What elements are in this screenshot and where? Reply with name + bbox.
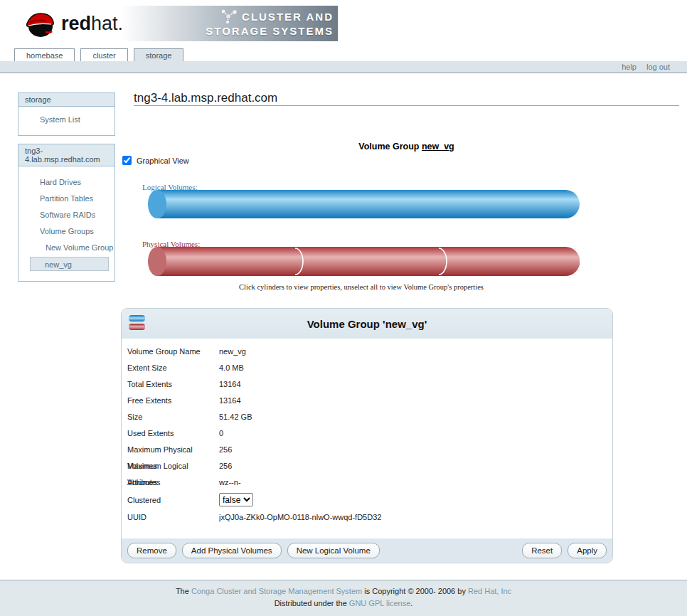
- page-title: tng3-4.lab.msp.redhat.com: [134, 91, 277, 105]
- sidebar-system-box: tng3-4.lab.msp.redhat.com Hard Drives Pa…: [18, 144, 115, 282]
- graphical-view-label: Graphical View: [137, 156, 189, 165]
- volume-group-name-link[interactable]: new_vg: [422, 142, 454, 152]
- redhat-link[interactable]: Red Hat, Inc: [468, 587, 511, 595]
- volume-group-panel: Volume Group 'new_vg' Volume Group Namen…: [121, 308, 613, 563]
- property-row: Size51.42 GB: [122, 409, 612, 425]
- reset-button[interactable]: Reset: [522, 543, 562, 558]
- logical-volume-cylinder[interactable]: [142, 190, 580, 221]
- molecule-icon: [220, 9, 238, 24]
- sidebar-storage-title: storage: [18, 93, 114, 107]
- sidebar-item-new-vg[interactable]: new_vg: [30, 257, 109, 271]
- sidebar-item-partition-tables[interactable]: Partition Tables: [18, 191, 114, 207]
- property-row: Maximum Logical Volumes256: [122, 458, 612, 474]
- panel-body: Volume Group Namenew_vg Extent Size4.0 M…: [122, 344, 612, 526]
- redhat-logo: redhat.: [20, 8, 123, 39]
- sidebar-item-new-volume-group[interactable]: New Volume Group: [18, 240, 114, 256]
- tab-storage[interactable]: storage: [134, 48, 184, 61]
- sidebar-storage-box: storage System List: [18, 92, 115, 136]
- new-logical-volume-button[interactable]: New Logical Volume: [287, 543, 380, 558]
- title-divider: [134, 105, 679, 106]
- sidebar-item-software-raids[interactable]: Software RAIDs: [18, 207, 114, 223]
- sidebar-item-volume-groups[interactable]: Volume Groups: [18, 223, 114, 240]
- property-row: Volume Group Namenew_vg: [122, 344, 612, 360]
- graphical-view-row: Graphical View: [122, 156, 189, 165]
- property-row: Free Extents13164: [122, 393, 612, 409]
- conga-storage-page: redhat. CLUSTER AND STORAGE SYSTEMS home…: [0, 0, 687, 616]
- panel-header: Volume Group 'new_vg': [122, 309, 612, 339]
- property-row: Maximum Physical Volumes256: [122, 442, 612, 458]
- help-link[interactable]: help: [622, 63, 637, 71]
- tab-homebase[interactable]: homebase: [14, 48, 75, 61]
- clustered-select[interactable]: false: [219, 493, 253, 506]
- banner-title: CLUSTER AND STORAGE SYSTEMS: [206, 9, 334, 38]
- header-banner: redhat. CLUSTER AND STORAGE SYSTEMS: [20, 6, 338, 41]
- graphical-view-checkbox[interactable]: [122, 156, 132, 165]
- sidebar-system-title: tng3-4.lab.msp.redhat.com: [18, 144, 114, 166]
- volume-group-heading: Volume Group new_vg: [134, 142, 679, 152]
- property-row: Extent Size4.0 MB: [122, 360, 612, 376]
- main-tabs: homebase cluster storage: [14, 48, 183, 61]
- property-row: Used Extents0: [122, 425, 612, 442]
- panel-title: Volume Group 'new_vg': [122, 318, 612, 330]
- conga-link[interactable]: Conga Cluster and Storage Management Sys…: [191, 587, 362, 595]
- volume-group-icon: [129, 315, 146, 332]
- redhat-fedora-icon: [24, 8, 57, 39]
- add-physical-volumes-button[interactable]: Add Physical Volumes: [182, 543, 282, 558]
- property-row: Total Extents13164: [122, 376, 612, 393]
- redhat-wordmark: redhat.: [61, 13, 123, 35]
- remove-button[interactable]: Remove: [127, 543, 176, 558]
- sidebar-item-system-list[interactable]: System List: [18, 112, 114, 128]
- apply-button[interactable]: Apply: [568, 543, 607, 558]
- tab-cluster[interactable]: cluster: [80, 48, 127, 61]
- session-bar: help log out: [0, 61, 687, 73]
- cylinder-caption: Click cylinders to view properties, unse…: [134, 283, 589, 291]
- panel-button-bar: Remove Add Physical Volumes New Logical …: [122, 538, 612, 563]
- physical-volume-cylinder-group[interactable]: [142, 247, 580, 279]
- clustered-row: Clustered false: [122, 491, 612, 509]
- sidebar-item-hard-drives[interactable]: Hard Drives: [18, 174, 114, 191]
- logout-link[interactable]: log out: [646, 63, 670, 71]
- gpl-link[interactable]: GNU GPL license: [349, 599, 410, 607]
- page-footer: The Conga Cluster and Storage Management…: [0, 580, 687, 616]
- uuid-row: UUIDjxQJ0a-ZKk0-OpMO-0118-nlwO-wwqd-fD5D…: [122, 509, 612, 526]
- property-row: Attributeswz--n-: [122, 474, 612, 491]
